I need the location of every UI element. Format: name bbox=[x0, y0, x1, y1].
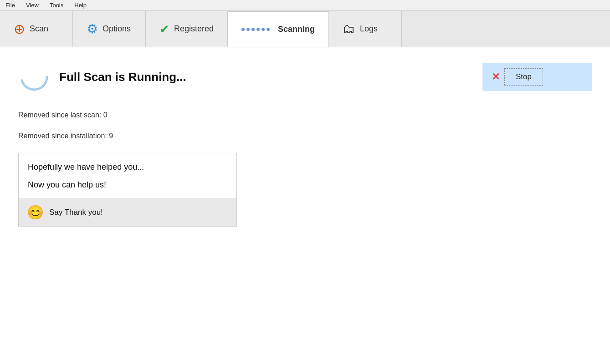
x-icon: ✕ bbox=[492, 71, 500, 83]
tab-logs-label: Logs bbox=[360, 24, 378, 34]
main-content: Full Scan is Running... ✕ Stop Removed s… bbox=[0, 47, 610, 241]
menu-bar: File View Tools Help bbox=[0, 0, 610, 11]
stat-removed-since-last-scan: Removed since last scan: 0 bbox=[18, 111, 592, 119]
tab-registered[interactable]: ✔ Registered bbox=[146, 11, 228, 47]
tab-bar: ⊕ Scan ⚙ Options ✔ Registered Scanning 🗂… bbox=[0, 11, 610, 47]
tab-scanning-label: Scanning bbox=[278, 25, 315, 34]
stop-button-wrapper: ✕ Stop bbox=[482, 63, 592, 91]
menu-tools[interactable]: Tools bbox=[48, 1, 65, 10]
scan-running-row: Full Scan is Running... ✕ Stop bbox=[18, 61, 592, 93]
help-box: Hopefully we have helped you... Now you … bbox=[18, 153, 237, 227]
say-thank-you-button[interactable]: 😊 Say Thank you! bbox=[19, 198, 236, 227]
tab-registered-label: Registered bbox=[174, 24, 214, 34]
scan-icon: ⊕ bbox=[14, 22, 25, 36]
tab-logs[interactable]: 🗂 Logs bbox=[329, 11, 402, 47]
tab-scan[interactable]: ⊕ Scan bbox=[0, 11, 73, 47]
svg-point-0 bbox=[21, 64, 47, 90]
help-text-line2: Now you can help us! bbox=[28, 180, 227, 190]
logs-icon: 🗂 bbox=[343, 23, 355, 35]
options-icon: ⚙ bbox=[87, 23, 98, 35]
smiley-icon: 😊 bbox=[27, 204, 44, 220]
scan-title: Full Scan is Running... bbox=[59, 70, 473, 84]
tab-scan-label: Scan bbox=[30, 24, 48, 34]
stop-button[interactable]: Stop bbox=[504, 68, 543, 86]
thank-you-label: Say Thank you! bbox=[49, 208, 103, 217]
tab-options-label: Options bbox=[103, 24, 131, 34]
tab-options[interactable]: ⚙ Options bbox=[73, 11, 146, 47]
scanning-dots-icon bbox=[241, 28, 270, 31]
help-text-line1: Hopefully we have helped you... bbox=[28, 162, 227, 172]
registered-icon: ✔ bbox=[159, 23, 169, 35]
menu-help[interactable]: Help bbox=[72, 1, 88, 10]
spinner-icon bbox=[18, 61, 50, 93]
menu-view[interactable]: View bbox=[24, 1, 41, 10]
stat-removed-since-installation: Removed since installation: 9 bbox=[18, 132, 592, 140]
tab-scanning[interactable]: Scanning bbox=[228, 11, 329, 47]
menu-file[interactable]: File bbox=[4, 1, 17, 10]
